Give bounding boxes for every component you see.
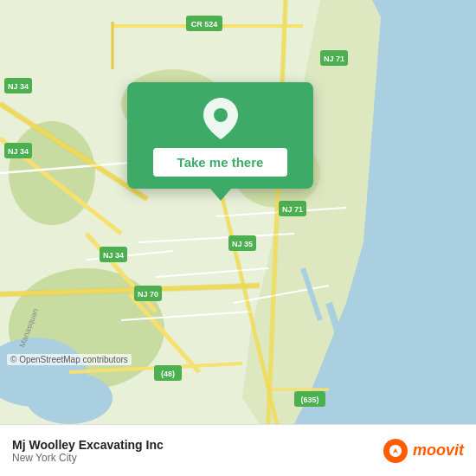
bottom-bar: Mj Woolley Excavating Inc New York City … [0,424,476,476]
svg-text:CR 524: CR 524 [191,20,218,29]
svg-text:(635): (635) [300,396,318,404]
svg-text:NJ 71: NJ 71 [324,55,344,63]
place-city: New York City [12,452,164,464]
svg-text:NJ 35: NJ 35 [232,240,253,248]
svg-text:NJ 70: NJ 70 [138,290,158,299]
take-me-there-button[interactable]: Take me there [153,148,288,177]
svg-text:NJ 71: NJ 71 [282,205,303,214]
svg-rect-1 [363,0,476,424]
map-container: NJ 34 NJ 34 NJ 34 CR 524 NJ 71 NJ 71 NJ … [0,0,476,424]
moovit-text: moovit [413,441,464,460]
svg-text:(48): (48) [161,370,175,378]
svg-text:NJ 34: NJ 34 [8,82,29,91]
svg-point-11 [26,372,113,424]
place-name: Mj Woolley Excavating Inc [12,438,164,452]
svg-point-56 [214,108,228,122]
popup-card: Take me there [127,82,313,189]
moovit-logo: moovit [383,439,464,463]
svg-text:NJ 34: NJ 34 [103,251,124,260]
osm-attribution: © OpenStreetMap contributors [7,354,132,365]
location-icon [200,98,241,139]
moovit-icon [383,439,408,463]
svg-text:NJ 34: NJ 34 [8,147,29,156]
place-info: Mj Woolley Excavating Inc New York City [12,438,164,464]
